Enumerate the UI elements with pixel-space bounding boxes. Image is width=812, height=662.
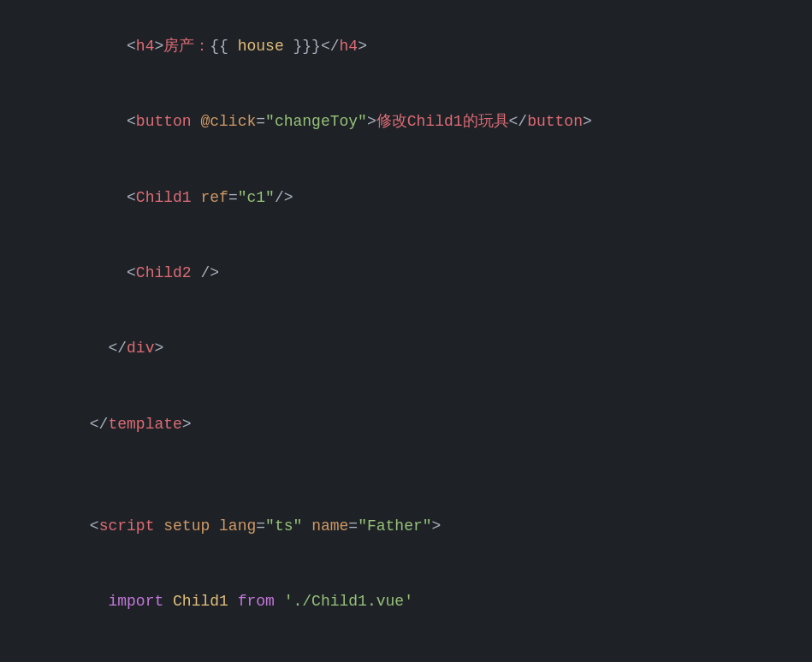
- line-content-10: import Child2 from './Child2.vue': [26, 641, 812, 662]
- code-line-3: <Child1 ref="c1"/>: [0, 160, 812, 235]
- line-content-3: <Child1 ref="c1"/>: [26, 161, 812, 234]
- code-line-4: <Child2 />: [0, 235, 812, 310]
- line-content-1: <h4>房产：{{ house }}}</h4>: [26, 9, 812, 83]
- line-content-7: [26, 463, 812, 488]
- code-line-9: import Child1 from './Child1.vue': [0, 564, 812, 640]
- line-content-8: <script setup lang="ts" name="Father">: [26, 489, 812, 563]
- code-line-5: </div>: [0, 311, 812, 387]
- line-content-6: </template>: [26, 387, 812, 461]
- code-line-8: <script setup lang="ts" name="Father">: [0, 488, 812, 564]
- code-line-2: <button @click="changeToy">修改Child1的玩具</…: [0, 84, 812, 159]
- line-content-9: import Child1 from './Child1.vue': [26, 565, 812, 639]
- code-line-1: <h4>房产：{{ house }}}</h4>: [0, 9, 812, 84]
- line-content-4: <Child2 />: [26, 236, 812, 310]
- code-line-6: </template>: [0, 387, 812, 462]
- code-line-7: [0, 462, 812, 488]
- line-content-2: <button @click="changeToy">修改Child1的玩具</…: [26, 85, 812, 158]
- code-editor: <h4>房产：{{ house }}}</h4> <button @click=…: [0, 0, 812, 662]
- code-line-10: import Child2 from './Child2.vue': [0, 640, 812, 662]
- line-content-5: </div>: [26, 312, 812, 386]
